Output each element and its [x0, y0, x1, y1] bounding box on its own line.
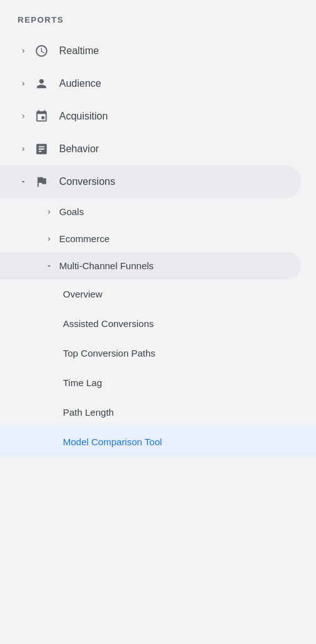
sidebar-item-path-length[interactable]: Path Length [0, 397, 316, 427]
sidebar-item-model-comparison-tool[interactable]: Model Comparison Tool [0, 427, 316, 457]
sidebar-item-conversions-label: Conversions [59, 176, 115, 187]
sidebar-item-audience-label: Audience [59, 78, 101, 89]
sidebar-item-time-lag[interactable]: Time Lag [0, 368, 316, 397]
reports-heading: REPORTS [0, 15, 316, 35]
person-icon [34, 76, 49, 91]
chevron-down-icon [18, 176, 29, 187]
sidebar-item-conversions[interactable]: Conversions [0, 165, 301, 198]
sidebar: REPORTS Realtime Audience Acquisition [0, 0, 316, 457]
sidebar-item-overview-label: Overview [63, 287, 103, 301]
sidebar-item-behavior[interactable]: Behavior [0, 133, 316, 165]
sidebar-item-behavior-label: Behavior [59, 143, 99, 155]
chevron-right-icon [18, 111, 29, 122]
sidebar-item-goals-label: Goals [59, 206, 84, 217]
sidebar-item-time-lag-label: Time Lag [63, 376, 102, 389]
chevron-right-icon [44, 234, 54, 244]
sidebar-item-audience[interactable]: Audience [0, 67, 316, 100]
sidebar-item-realtime[interactable]: Realtime [0, 35, 316, 67]
chevron-right-icon [18, 78, 29, 89]
sidebar-item-path-length-label: Path Length [63, 406, 114, 419]
sidebar-item-overview[interactable]: Overview [0, 279, 316, 309]
chevron-down-icon [44, 261, 54, 271]
sidebar-item-assisted-conversions[interactable]: Assisted Conversions [0, 309, 316, 338]
chevron-right-icon [44, 207, 54, 217]
sidebar-item-assisted-conversions-label: Assisted Conversions [63, 317, 154, 330]
sidebar-item-acquisition-label: Acquisition [59, 111, 108, 122]
sidebar-item-goals[interactable]: Goals [0, 198, 316, 225]
chevron-right-icon [18, 45, 29, 57]
acquisition-icon [34, 109, 49, 124]
sidebar-item-top-conversion-paths[interactable]: Top Conversion Paths [0, 338, 316, 368]
sidebar-item-multi-channel[interactable]: Multi-Channel Funnels [0, 252, 301, 279]
flag-icon [34, 174, 49, 189]
sidebar-item-realtime-label: Realtime [59, 45, 99, 57]
sidebar-item-top-conversion-paths-label: Top Conversion Paths [63, 347, 155, 360]
sidebar-item-model-comparison-tool-label: Model Comparison Tool [63, 435, 162, 448]
sidebar-item-acquisition[interactable]: Acquisition [0, 100, 316, 133]
sidebar-item-ecommerce[interactable]: Ecommerce [0, 225, 316, 252]
chevron-right-icon [18, 143, 29, 155]
sidebar-item-multi-channel-label: Multi-Channel Funnels [59, 260, 154, 271]
behavior-icon [34, 142, 49, 157]
clock-icon [34, 43, 49, 58]
sidebar-item-ecommerce-label: Ecommerce [59, 233, 110, 244]
